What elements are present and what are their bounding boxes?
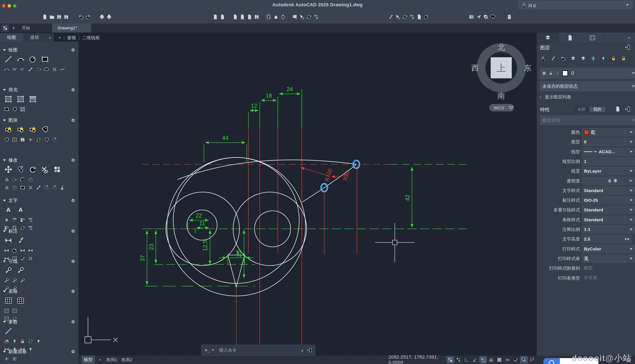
collapse-triangle-icon[interactable] bbox=[3, 200, 6, 202]
close-panel-icon[interactable] bbox=[624, 44, 631, 50]
layer-freeze-icon[interactable] bbox=[556, 71, 560, 75]
block-replace-tool[interactable] bbox=[51, 136, 58, 143]
hatch-tool[interactable] bbox=[3, 94, 14, 104]
panel-list-tool[interactable] bbox=[11, 356, 18, 362]
property-value-文字样式[interactable]: Standard bbox=[582, 186, 635, 195]
multiline-tool[interactable] bbox=[19, 66, 26, 72]
panel-add-tool[interactable] bbox=[3, 356, 10, 362]
tab-start[interactable]: 开始 bbox=[16, 24, 36, 32]
constraint-flash-tool[interactable] bbox=[3, 338, 10, 344]
command-bar[interactable]: >_ 键入命令 ▲ bbox=[201, 345, 316, 356]
new-file-button[interactable] bbox=[41, 12, 48, 21]
layer-user-button[interactable] bbox=[540, 55, 546, 62]
measure-distance-tool[interactable] bbox=[27, 66, 34, 72]
layer-unisolate-button[interactable] bbox=[580, 55, 586, 62]
fillet-tool[interactable] bbox=[19, 176, 26, 183]
offset-tool[interactable] bbox=[3, 184, 10, 190]
collapse-triangle-icon[interactable] bbox=[3, 260, 6, 262]
ellipse-tool[interactable] bbox=[35, 66, 42, 72]
pan-button[interactable] bbox=[272, 12, 279, 21]
quick-calc-button[interactable] bbox=[416, 12, 423, 21]
move-tool[interactable] bbox=[3, 164, 14, 175]
edit-text-tool[interactable] bbox=[16, 204, 26, 215]
edit-leader-tool[interactable] bbox=[16, 265, 26, 276]
dimension-center-tool[interactable] bbox=[11, 247, 18, 254]
dimension-insert-tool[interactable] bbox=[19, 247, 26, 254]
layer-lock-button[interactable] bbox=[610, 55, 616, 62]
dwg-compare-button[interactable] bbox=[468, 12, 475, 21]
object-snap-tracking-toggle[interactable] bbox=[479, 356, 487, 363]
insert-block-tool[interactable] bbox=[3, 124, 14, 135]
collapse-triangle-icon[interactable] bbox=[3, 321, 6, 323]
tab-model[interactable]: 模型 bbox=[82, 356, 95, 364]
isolate-objects-toggle[interactable] bbox=[528, 356, 536, 363]
resize-tool[interactable] bbox=[43, 184, 50, 190]
attribute-manage-tool[interactable] bbox=[43, 136, 50, 143]
expand-history-icon[interactable]: ▲ bbox=[301, 348, 304, 352]
dimension-linear-tool[interactable] bbox=[3, 235, 14, 246]
add-layout-button[interactable]: + bbox=[97, 356, 103, 364]
constraint-rotate-tool[interactable] bbox=[27, 338, 34, 344]
viewport-menu-button[interactable]: + bbox=[58, 35, 61, 40]
chamfer-cube-tool[interactable] bbox=[11, 184, 18, 190]
property-value-图层[interactable]: 0 bbox=[582, 138, 635, 146]
text-height-picker-button[interactable] bbox=[622, 235, 632, 243]
text-align-tool[interactable] bbox=[3, 217, 10, 223]
circle-radius-tool[interactable] bbox=[28, 54, 38, 64]
close-panel-icon[interactable] bbox=[624, 106, 631, 112]
tab-drawing1[interactable]: Drawing1* bbox=[52, 24, 91, 32]
property-value-多重引线样式[interactable]: Standard bbox=[582, 206, 635, 214]
edit-attribute-tool[interactable] bbox=[40, 124, 50, 135]
property-value-线型比例[interactable]: 1 bbox=[582, 157, 635, 166]
spline-tool[interactable] bbox=[59, 66, 66, 72]
view-direction-button[interactable]: 俯视 bbox=[67, 35, 76, 41]
grid-display-toggle[interactable] bbox=[446, 356, 454, 363]
print-button[interactable] bbox=[98, 12, 106, 21]
layer-states-dropdown[interactable]: 未保存的图层状态 bbox=[540, 81, 635, 91]
collapse-triangle-icon[interactable] bbox=[3, 351, 6, 353]
toolset-tab-model[interactable]: 建模 bbox=[23, 33, 46, 42]
tab-sheets[interactable] bbox=[581, 32, 604, 43]
section-settings-button[interactable] bbox=[71, 349, 76, 354]
block-save-tool[interactable] bbox=[19, 136, 26, 143]
layer-lock-icon[interactable] bbox=[549, 71, 553, 75]
user-account-button[interactable]: jq g bbox=[518, 1, 633, 10]
break-tool[interactable] bbox=[51, 66, 58, 72]
layer-unlock-button[interactable] bbox=[620, 55, 626, 62]
constraint-hide-tool[interactable] bbox=[35, 338, 42, 344]
undo-button[interactable] bbox=[77, 12, 84, 21]
align-leaders-tool[interactable] bbox=[11, 278, 18, 284]
revision-cloud-tool[interactable] bbox=[43, 66, 50, 72]
layer-isolate-button[interactable] bbox=[570, 55, 576, 62]
visual-style-button[interactable]: 二维线框 bbox=[82, 35, 100, 41]
tab-layout2[interactable]: 布局2 bbox=[120, 356, 134, 364]
scale-tool[interactable] bbox=[19, 184, 26, 190]
text-columns-tool[interactable] bbox=[19, 217, 26, 223]
mirror-tool[interactable] bbox=[3, 176, 10, 183]
section-settings-button[interactable] bbox=[71, 259, 76, 264]
page-setup-button[interactable] bbox=[212, 12, 219, 21]
section-settings-button[interactable] bbox=[71, 88, 76, 92]
collapse-triangle-icon[interactable] bbox=[3, 49, 6, 51]
property-value-颜色[interactable]: 红 bbox=[582, 128, 635, 136]
show-layer-list-row[interactable]: › 显示图层列表 bbox=[540, 94, 632, 100]
point-style-button[interactable] bbox=[312, 12, 320, 21]
hatch-edit-tool[interactable] bbox=[19, 106, 26, 112]
property-value-文字高度[interactable]: 2.5 bbox=[582, 235, 625, 243]
save-button[interactable] bbox=[56, 12, 62, 21]
section-settings-button[interactable] bbox=[71, 320, 76, 324]
snapshot-button[interactable] bbox=[482, 12, 489, 21]
attribute-sync-tool[interactable] bbox=[35, 136, 42, 143]
gradient-tool[interactable] bbox=[28, 94, 38, 104]
purge-check-button[interactable] bbox=[401, 12, 408, 21]
command-input-placeholder[interactable]: 键入命令 bbox=[219, 347, 237, 353]
boundary-tool[interactable] bbox=[3, 106, 10, 112]
tag-point-tool[interactable] bbox=[11, 106, 18, 112]
spell-check-tool[interactable] bbox=[11, 217, 18, 223]
extrude-box-tool[interactable] bbox=[27, 176, 34, 183]
edit-properties-icon[interactable] bbox=[615, 106, 621, 112]
tag-tool[interactable] bbox=[3, 136, 10, 143]
zoom-window-button[interactable] bbox=[265, 12, 272, 21]
select-similar-button[interactable] bbox=[394, 12, 401, 21]
table-tool[interactable] bbox=[3, 295, 14, 306]
